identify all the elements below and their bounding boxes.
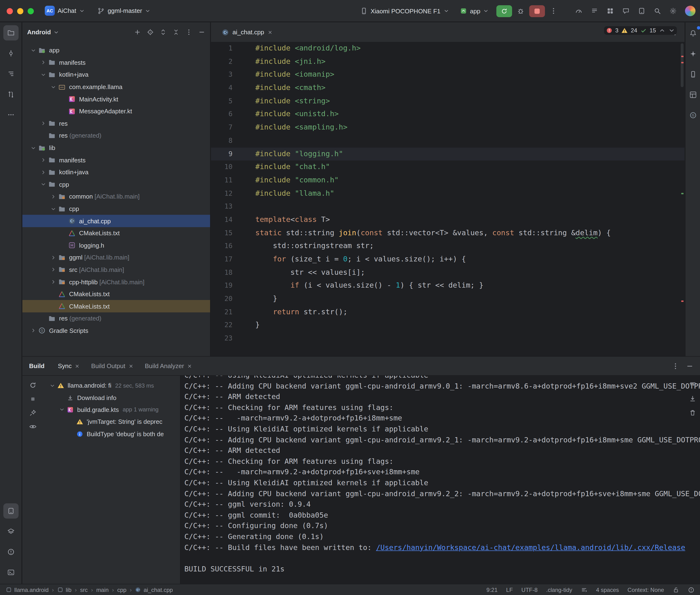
chevron-down-icon[interactable] (39, 178, 48, 191)
code-line[interactable]: 3#include <iomanip> (211, 68, 684, 81)
code-line[interactable]: 17 for (size_t i = 0; i < values.size();… (211, 253, 684, 266)
build-tab-sync[interactable]: Sync (58, 362, 80, 370)
line-number[interactable]: 14 (211, 213, 239, 226)
line-number[interactable]: 9 (211, 147, 239, 161)
project-tree-row[interactable]: res (generated) (22, 312, 210, 324)
lock-open-icon[interactable] (673, 587, 679, 593)
line-number[interactable]: 21 (211, 306, 239, 319)
status-widget[interactable]: 9:21 (486, 587, 498, 593)
project-tree-row[interactable]: CMakeLists.txt (22, 227, 210, 239)
line-number[interactable]: 7 (211, 121, 239, 134)
project-tree-row[interactable]: cpp-httplib [AiChat.lib.main] (22, 276, 210, 288)
project-tree-row[interactable]: CMakeLists.txt (22, 288, 210, 300)
code-line[interactable]: 18 str << values[i]; (211, 266, 684, 279)
code-line[interactable]: 23 (211, 332, 684, 345)
line-number[interactable]: 4 (211, 81, 239, 94)
build-tab-build-output[interactable]: Build Output (91, 362, 133, 370)
problems-tool-button[interactable] (3, 544, 18, 560)
breadcrumb-item[interactable]: Cai_chat.cpp (135, 587, 173, 593)
code-line[interactable]: 19 if (i < values.size() - 1) { str << d… (211, 279, 684, 292)
pull-requests-tool-button[interactable] (3, 87, 18, 102)
soft-wrap-icon[interactable] (689, 380, 696, 388)
chevron-right-icon[interactable] (49, 276, 58, 288)
line-number[interactable]: 12 (211, 187, 239, 200)
chevron-right-icon[interactable] (39, 166, 48, 178)
chevron-down-icon[interactable] (29, 142, 38, 154)
layout-inspector-tool-button[interactable] (687, 89, 699, 101)
code-line[interactable]: 13 (211, 200, 684, 213)
chevron-down-icon[interactable] (53, 29, 59, 35)
project-widget[interactable]: AC AiChat (42, 4, 88, 18)
console-link[interactable]: /Users/hanyin/Workspace/ai-chat/examples… (376, 543, 685, 552)
breadcrumb-item[interactable]: lib (57, 587, 72, 593)
search-icon[interactable] (653, 7, 661, 15)
status-widget[interactable]: LF (506, 587, 513, 593)
code-line[interactable]: 2#include <jni.h> (211, 55, 684, 68)
build-tree-row[interactable]: Download info (43, 392, 180, 404)
breadcrumb-item[interactable]: llama.android (6, 587, 49, 593)
line-number[interactable]: 16 (211, 240, 239, 253)
more-actions-icon[interactable] (550, 7, 558, 15)
user-avatar[interactable] (685, 6, 696, 16)
code-line[interactable]: 10#include "chat.h" (211, 161, 684, 174)
project-tree-row[interactable]: MainActivity.kt (22, 93, 210, 105)
line-number[interactable]: 15 (211, 226, 239, 239)
line-number[interactable]: 1 (211, 42, 239, 55)
code-line[interactable]: 5#include <string> (211, 95, 684, 108)
status-widget[interactable]: Context: None (627, 587, 664, 593)
app-quality-insights-icon[interactable] (622, 7, 630, 15)
error-stripe-mark[interactable] (681, 301, 683, 302)
app-inspection-icon[interactable] (607, 7, 614, 15)
build-options-icon[interactable] (672, 362, 679, 370)
code-line[interactable]: 15static std::string join(const std::vec… (211, 226, 684, 239)
project-tree-row[interactable]: manifests (22, 154, 210, 166)
code-line[interactable]: 22} (211, 319, 684, 332)
close-window-button[interactable] (7, 8, 13, 14)
close-icon[interactable] (268, 30, 272, 34)
editor-scrollbar[interactable] (681, 43, 683, 87)
view-options-icon[interactable] (29, 423, 37, 430)
line-number[interactable]: 6 (211, 108, 239, 121)
collapse-all-icon[interactable] (172, 29, 179, 36)
hide-panel-icon[interactable] (198, 29, 205, 36)
project-tree-row[interactable]: cpp (22, 178, 210, 191)
project-tree-row[interactable]: ggml [AiChat.lib.main] (22, 251, 210, 263)
chevron-right-icon[interactable] (49, 191, 58, 203)
chevron-right-icon[interactable] (39, 117, 48, 130)
code-editor[interactable]: 1#include <android/log.h>2#include <jni.… (211, 42, 684, 356)
breadcrumb-item[interactable]: cpp (117, 587, 127, 593)
logcat-icon[interactable] (591, 7, 598, 15)
project-tree-row[interactable]: res (generated) (22, 130, 210, 142)
options-icon[interactable] (185, 29, 192, 36)
stop-sync-icon[interactable] (29, 395, 37, 403)
device-selector[interactable]: Xiaomi POCOPHONE F1 (357, 5, 452, 17)
build-tree-row[interactable]: build.gradle.ktsapp 1 warning (43, 404, 180, 416)
scroll-to-end-icon[interactable] (689, 395, 696, 402)
line-number[interactable]: 17 (211, 253, 239, 266)
project-tree-row[interactable]: GGradle Scripts (22, 324, 210, 337)
chevron-down-icon[interactable] (49, 81, 58, 93)
build-tree-row[interactable]: llama.android: fi22 sec, 583 ms (43, 379, 180, 392)
chevron-right-icon[interactable] (49, 263, 58, 276)
line-number[interactable]: 22 (211, 319, 239, 332)
minimize-window-button[interactable] (17, 8, 23, 14)
chevron-down-icon[interactable] (29, 44, 38, 56)
running-devices-tool-button[interactable] (3, 503, 18, 518)
status-widget[interactable]: .clang-tidy (546, 587, 572, 593)
chevron-right-icon[interactable] (39, 154, 48, 166)
error-stripe-mark[interactable] (681, 56, 683, 57)
terminal-tool-button[interactable] (3, 565, 18, 580)
project-view-selector[interactable]: Android (27, 29, 51, 36)
breadcrumb-item[interactable]: main (96, 587, 109, 593)
problems-icon[interactable] (688, 587, 695, 593)
code-line[interactable]: 11#include "common.h" (211, 174, 684, 187)
expand-all-icon[interactable] (160, 29, 167, 36)
close-icon[interactable] (129, 364, 133, 368)
build-tool-window-label[interactable]: Build (29, 362, 45, 370)
line-number[interactable]: 20 (211, 292, 239, 306)
stop-button[interactable] (529, 5, 545, 17)
chevron-down-icon[interactable] (49, 203, 58, 215)
notifications-button[interactable] (687, 27, 699, 39)
code-line[interactable]: 8 (211, 134, 684, 147)
chevron-right-icon[interactable] (49, 251, 58, 263)
